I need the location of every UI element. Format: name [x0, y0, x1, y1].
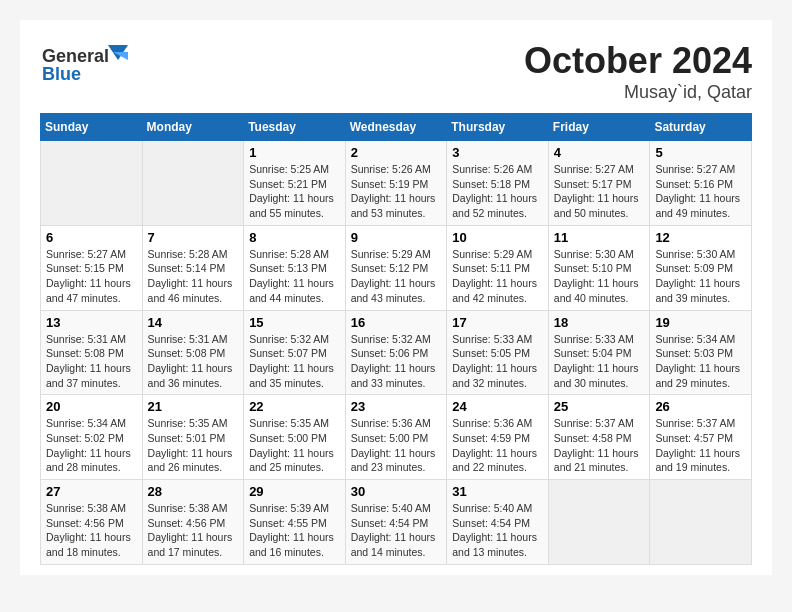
calendar-cell: 28Sunrise: 5:38 AMSunset: 4:56 PMDayligh…	[142, 480, 244, 565]
cell-info: Sunrise: 5:28 AMSunset: 5:14 PMDaylight:…	[148, 247, 239, 306]
cell-info: Sunrise: 5:31 AMSunset: 5:08 PMDaylight:…	[148, 332, 239, 391]
cell-info: Sunrise: 5:29 AMSunset: 5:11 PMDaylight:…	[452, 247, 543, 306]
cell-info: Sunrise: 5:40 AMSunset: 4:54 PMDaylight:…	[351, 501, 442, 560]
calendar-cell: 29Sunrise: 5:39 AMSunset: 4:55 PMDayligh…	[244, 480, 346, 565]
day-number: 16	[351, 315, 442, 330]
calendar-cell: 17Sunrise: 5:33 AMSunset: 5:05 PMDayligh…	[447, 310, 549, 395]
day-number: 6	[46, 230, 137, 245]
calendar-cell: 30Sunrise: 5:40 AMSunset: 4:54 PMDayligh…	[345, 480, 447, 565]
cell-info: Sunrise: 5:36 AMSunset: 5:00 PMDaylight:…	[351, 416, 442, 475]
day-number: 3	[452, 145, 543, 160]
logo-svg: General Blue	[40, 40, 130, 85]
calendar-cell: 16Sunrise: 5:32 AMSunset: 5:06 PMDayligh…	[345, 310, 447, 395]
day-number: 29	[249, 484, 340, 499]
col-friday: Friday	[548, 114, 650, 141]
calendar-cell: 6Sunrise: 5:27 AMSunset: 5:15 PMDaylight…	[41, 225, 143, 310]
col-tuesday: Tuesday	[244, 114, 346, 141]
cell-info: Sunrise: 5:29 AMSunset: 5:12 PMDaylight:…	[351, 247, 442, 306]
calendar-row: 1Sunrise: 5:25 AMSunset: 5:21 PMDaylight…	[41, 141, 752, 226]
day-number: 20	[46, 399, 137, 414]
cell-info: Sunrise: 5:32 AMSunset: 5:06 PMDaylight:…	[351, 332, 442, 391]
calendar-cell: 7Sunrise: 5:28 AMSunset: 5:14 PMDaylight…	[142, 225, 244, 310]
day-number: 11	[554, 230, 645, 245]
day-number: 2	[351, 145, 442, 160]
day-number: 21	[148, 399, 239, 414]
col-thursday: Thursday	[447, 114, 549, 141]
calendar-cell: 9Sunrise: 5:29 AMSunset: 5:12 PMDaylight…	[345, 225, 447, 310]
day-number: 18	[554, 315, 645, 330]
day-number: 12	[655, 230, 746, 245]
header-row: Sunday Monday Tuesday Wednesday Thursday…	[41, 114, 752, 141]
location-title: Musay`id, Qatar	[524, 82, 752, 103]
calendar-cell: 21Sunrise: 5:35 AMSunset: 5:01 PMDayligh…	[142, 395, 244, 480]
cell-info: Sunrise: 5:38 AMSunset: 4:56 PMDaylight:…	[148, 501, 239, 560]
cell-info: Sunrise: 5:37 AMSunset: 4:57 PMDaylight:…	[655, 416, 746, 475]
calendar-cell: 18Sunrise: 5:33 AMSunset: 5:04 PMDayligh…	[548, 310, 650, 395]
cell-info: Sunrise: 5:40 AMSunset: 4:54 PMDaylight:…	[452, 501, 543, 560]
calendar-cell	[41, 141, 143, 226]
calendar-cell: 13Sunrise: 5:31 AMSunset: 5:08 PMDayligh…	[41, 310, 143, 395]
day-number: 19	[655, 315, 746, 330]
calendar-cell: 8Sunrise: 5:28 AMSunset: 5:13 PMDaylight…	[244, 225, 346, 310]
calendar-cell: 15Sunrise: 5:32 AMSunset: 5:07 PMDayligh…	[244, 310, 346, 395]
calendar-row: 6Sunrise: 5:27 AMSunset: 5:15 PMDaylight…	[41, 225, 752, 310]
calendar-cell: 19Sunrise: 5:34 AMSunset: 5:03 PMDayligh…	[650, 310, 752, 395]
calendar-cell: 31Sunrise: 5:40 AMSunset: 4:54 PMDayligh…	[447, 480, 549, 565]
svg-text:Blue: Blue	[42, 64, 81, 84]
calendar-cell: 20Sunrise: 5:34 AMSunset: 5:02 PMDayligh…	[41, 395, 143, 480]
day-number: 1	[249, 145, 340, 160]
cell-info: Sunrise: 5:38 AMSunset: 4:56 PMDaylight:…	[46, 501, 137, 560]
day-number: 24	[452, 399, 543, 414]
calendar-cell: 4Sunrise: 5:27 AMSunset: 5:17 PMDaylight…	[548, 141, 650, 226]
calendar-cell: 24Sunrise: 5:36 AMSunset: 4:59 PMDayligh…	[447, 395, 549, 480]
cell-info: Sunrise: 5:34 AMSunset: 5:02 PMDaylight:…	[46, 416, 137, 475]
calendar-row: 20Sunrise: 5:34 AMSunset: 5:02 PMDayligh…	[41, 395, 752, 480]
cell-info: Sunrise: 5:26 AMSunset: 5:19 PMDaylight:…	[351, 162, 442, 221]
calendar-cell: 27Sunrise: 5:38 AMSunset: 4:56 PMDayligh…	[41, 480, 143, 565]
calendar-cell: 22Sunrise: 5:35 AMSunset: 5:00 PMDayligh…	[244, 395, 346, 480]
calendar-cell: 5Sunrise: 5:27 AMSunset: 5:16 PMDaylight…	[650, 141, 752, 226]
calendar-table: Sunday Monday Tuesday Wednesday Thursday…	[40, 113, 752, 565]
calendar-cell: 10Sunrise: 5:29 AMSunset: 5:11 PMDayligh…	[447, 225, 549, 310]
cell-info: Sunrise: 5:33 AMSunset: 5:04 PMDaylight:…	[554, 332, 645, 391]
calendar-cell: 14Sunrise: 5:31 AMSunset: 5:08 PMDayligh…	[142, 310, 244, 395]
day-number: 17	[452, 315, 543, 330]
day-number: 14	[148, 315, 239, 330]
cell-info: Sunrise: 5:28 AMSunset: 5:13 PMDaylight:…	[249, 247, 340, 306]
day-number: 26	[655, 399, 746, 414]
calendar-cell: 3Sunrise: 5:26 AMSunset: 5:18 PMDaylight…	[447, 141, 549, 226]
cell-info: Sunrise: 5:27 AMSunset: 5:17 PMDaylight:…	[554, 162, 645, 221]
calendar-cell: 25Sunrise: 5:37 AMSunset: 4:58 PMDayligh…	[548, 395, 650, 480]
calendar-cell	[650, 480, 752, 565]
day-number: 8	[249, 230, 340, 245]
cell-info: Sunrise: 5:25 AMSunset: 5:21 PMDaylight:…	[249, 162, 340, 221]
day-number: 7	[148, 230, 239, 245]
calendar-page: General Blue October 2024 Musay`id, Qata…	[20, 20, 772, 575]
day-number: 13	[46, 315, 137, 330]
cell-info: Sunrise: 5:34 AMSunset: 5:03 PMDaylight:…	[655, 332, 746, 391]
col-wednesday: Wednesday	[345, 114, 447, 141]
cell-info: Sunrise: 5:31 AMSunset: 5:08 PMDaylight:…	[46, 332, 137, 391]
day-number: 4	[554, 145, 645, 160]
cell-info: Sunrise: 5:30 AMSunset: 5:09 PMDaylight:…	[655, 247, 746, 306]
calendar-cell: 2Sunrise: 5:26 AMSunset: 5:19 PMDaylight…	[345, 141, 447, 226]
month-title: October 2024	[524, 40, 752, 82]
day-number: 22	[249, 399, 340, 414]
day-number: 15	[249, 315, 340, 330]
day-number: 27	[46, 484, 137, 499]
col-sunday: Sunday	[41, 114, 143, 141]
calendar-row: 27Sunrise: 5:38 AMSunset: 4:56 PMDayligh…	[41, 480, 752, 565]
col-monday: Monday	[142, 114, 244, 141]
col-saturday: Saturday	[650, 114, 752, 141]
day-number: 28	[148, 484, 239, 499]
day-number: 9	[351, 230, 442, 245]
day-number: 30	[351, 484, 442, 499]
logo: General Blue	[40, 40, 130, 85]
svg-text:General: General	[42, 46, 109, 66]
cell-info: Sunrise: 5:33 AMSunset: 5:05 PMDaylight:…	[452, 332, 543, 391]
cell-info: Sunrise: 5:35 AMSunset: 5:01 PMDaylight:…	[148, 416, 239, 475]
cell-info: Sunrise: 5:32 AMSunset: 5:07 PMDaylight:…	[249, 332, 340, 391]
calendar-cell: 26Sunrise: 5:37 AMSunset: 4:57 PMDayligh…	[650, 395, 752, 480]
day-number: 10	[452, 230, 543, 245]
day-number: 25	[554, 399, 645, 414]
